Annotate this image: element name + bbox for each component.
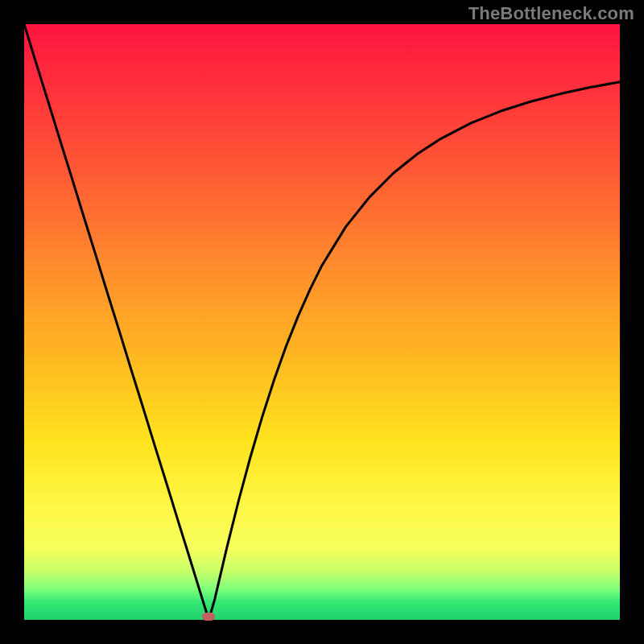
bottleneck-curve [24,24,620,620]
chart-frame: TheBottleneck.com [0,0,644,644]
chart-plot-area [24,24,620,620]
optimal-point-marker [202,613,215,621]
watermark-text: TheBottleneck.com [469,3,634,24]
